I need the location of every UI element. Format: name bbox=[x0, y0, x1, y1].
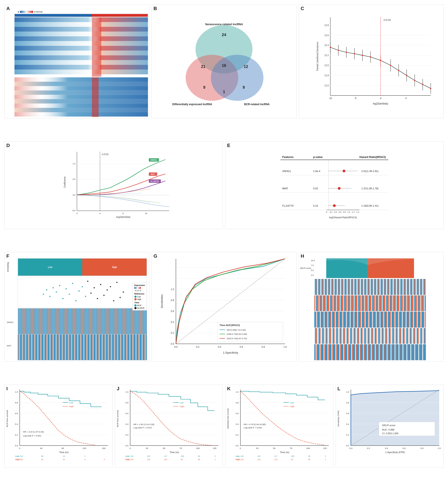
x-tick: 4 bbox=[76, 212, 77, 214]
at-risk-high-40-i: 51 bbox=[41, 458, 43, 460]
hr-flj: 1.16(0.95-1.41) bbox=[361, 204, 379, 207]
flj-label: FLJ16779 bbox=[150, 180, 159, 182]
at-risk-high-125-j: 1 bbox=[215, 458, 216, 460]
header-features: Features bbox=[282, 156, 293, 159]
y-tick-12.8: 12.8 bbox=[324, 24, 329, 26]
forest-plot: Features p-value Hazard Ratio(95%CI) SNH… bbox=[230, 149, 439, 224]
svg-rect-18 bbox=[14, 99, 148, 104]
svg-text:0.8: 0.8 bbox=[125, 401, 128, 404]
svg-rect-22 bbox=[92, 77, 98, 117]
svg-text:1.0: 1.0 bbox=[171, 288, 174, 291]
tick-5: 5.0 bbox=[311, 269, 314, 271]
venn-num-12: 12 bbox=[244, 64, 248, 69]
y-label-g: Sensitivities bbox=[161, 294, 163, 308]
sample-bar bbox=[14, 14, 148, 17]
svg-text:1.0: 1.0 bbox=[346, 391, 349, 393]
svg-text:0.8: 0.8 bbox=[236, 401, 239, 404]
svg-rect-21 bbox=[14, 112, 148, 117]
at-risk-low-75-j: 100 bbox=[181, 455, 184, 457]
svg-rect-8 bbox=[14, 56, 148, 60]
svg-text:0.2: 0.2 bbox=[15, 434, 18, 436]
x-axis-label-d: -log2(lambda) bbox=[116, 216, 130, 218]
bcr-dot bbox=[134, 304, 137, 307]
svg-text:0.0: 0.0 bbox=[236, 444, 239, 447]
svg-point-79 bbox=[100, 284, 101, 285]
svg-text:0.8: 0.8 bbox=[420, 447, 424, 449]
svg-point-78 bbox=[97, 298, 98, 299]
x-tick-1.2: 1.2 bbox=[352, 211, 355, 213]
pval-miat: 0.02 bbox=[313, 187, 318, 190]
srlpi-y-label: SRLPI score bbox=[300, 267, 311, 269]
svg-rect-3 bbox=[14, 32, 148, 36]
svg-text:1.0: 1.0 bbox=[283, 346, 287, 348]
svg-text:0.8: 0.8 bbox=[15, 401, 18, 404]
srlpi-svg bbox=[314, 258, 426, 278]
page: A ■ ● Normal PART1 DLGAP1 PCLO1 bbox=[0, 0, 448, 493]
panel-d: D -0.5 0.0 0.5 1.0 4 6 8 10 bbox=[4, 141, 223, 229]
h-gene-heatmap: p16(****) p21(****) CTSD(****) bbox=[314, 279, 426, 360]
panel-l: L 0.0 0.2 0.4 0.6 0.8 1.0 bbox=[335, 384, 444, 468]
at-risk-high-label-k: High bbox=[236, 458, 240, 460]
x-tick--4: -4 bbox=[405, 97, 407, 100]
high-legend-i: High bbox=[69, 405, 74, 408]
p16-row: p16(****) bbox=[314, 279, 426, 295]
snhg1-heatmap-label: SNHG1 bbox=[7, 321, 14, 323]
at-risk-high-160-i: 0 bbox=[104, 458, 105, 460]
colorbar-low-label: ■ bbox=[18, 11, 19, 13]
svg-text:0.4: 0.4 bbox=[171, 321, 174, 323]
svg-text:40: 40 bbox=[40, 447, 43, 449]
f-heatmap: SNHG1 MIAT bbox=[18, 308, 147, 360]
svg-point-65 bbox=[56, 291, 57, 293]
x-tick-0.2: 0.2 bbox=[330, 211, 332, 213]
svg-point-84 bbox=[116, 282, 117, 283]
forest-x-label: log2(Hazard Ratio(95%CI)) bbox=[329, 216, 357, 219]
x-label-g: 1-Specificity bbox=[223, 351, 238, 354]
at-risk-high-75-k: 92 bbox=[291, 458, 293, 460]
svg-rect-13 bbox=[14, 77, 148, 82]
panel-c: C 11.6 11.8 12.0 12.2 12.4 12.6 12.8 bbox=[299, 4, 444, 118]
svg-point-67 bbox=[62, 298, 64, 299]
ctsd-row: CTSD(****) bbox=[314, 312, 426, 328]
svg-point-82 bbox=[110, 286, 111, 287]
svg-rect-17 bbox=[14, 95, 148, 99]
svg-text:160: 160 bbox=[102, 447, 106, 449]
svg-text:0.8: 0.8 bbox=[262, 346, 265, 348]
venn-num-16: 16 bbox=[222, 63, 226, 68]
svg-text:1.0: 1.0 bbox=[438, 447, 441, 449]
auc-label: AUC: 0.988 bbox=[382, 428, 394, 431]
svg-rect-14 bbox=[14, 82, 148, 86]
at-risk-low-50-j: 117 bbox=[164, 455, 167, 457]
svg-text:0.4: 0.4 bbox=[218, 346, 221, 348]
low-curve-k bbox=[241, 391, 325, 400]
at-risk-low-125-j: 2 bbox=[215, 455, 216, 457]
venn-label-senescence: Senescence-related lncRNA bbox=[205, 22, 243, 26]
at-risk-high-50-k: 110 bbox=[274, 458, 277, 460]
svg-text:0.6: 0.6 bbox=[171, 310, 174, 313]
header-pvalue: p-value bbox=[313, 156, 323, 159]
coeff-paths-plot: -0.5 0.0 0.5 1.0 4 6 8 10 λ=0.02 bbox=[17, 148, 218, 220]
svg-text:0: 0 bbox=[19, 447, 20, 449]
svg-point-85 bbox=[119, 297, 121, 298]
y-label-j: BCR-free survival bbox=[116, 410, 119, 427]
dot-miat bbox=[338, 187, 340, 190]
svg-rect-19 bbox=[14, 104, 148, 108]
risk-bar: Low High bbox=[18, 258, 147, 276]
nobcr-label: No BCR bbox=[137, 307, 144, 309]
svg-text:1.0: 1.0 bbox=[15, 391, 18, 393]
x-label-k: Time (m) bbox=[280, 451, 289, 454]
svg-text:0.2: 0.2 bbox=[171, 332, 174, 334]
panel-f-label: F bbox=[6, 253, 9, 259]
other-line1 bbox=[77, 195, 169, 207]
venn-num-9-right: 9 bbox=[243, 85, 245, 90]
at-risk-high-100-k: 30 bbox=[308, 458, 310, 460]
pval-snhg1: 1.9e-4 bbox=[313, 170, 321, 172]
svg-text:0.2: 0.2 bbox=[236, 434, 239, 436]
svg-text:0.0: 0.0 bbox=[15, 444, 18, 447]
rb1-row: RB1(....) bbox=[314, 344, 426, 360]
at-risk-low-75-k: 100 bbox=[291, 455, 294, 457]
panel-b-label: B bbox=[153, 6, 157, 11]
svg-text:0.4: 0.4 bbox=[385, 447, 388, 449]
svg-rect-2 bbox=[14, 27, 148, 32]
nobcr-dot bbox=[134, 307, 137, 309]
at-risk-high-125-k: 1 bbox=[325, 458, 326, 460]
